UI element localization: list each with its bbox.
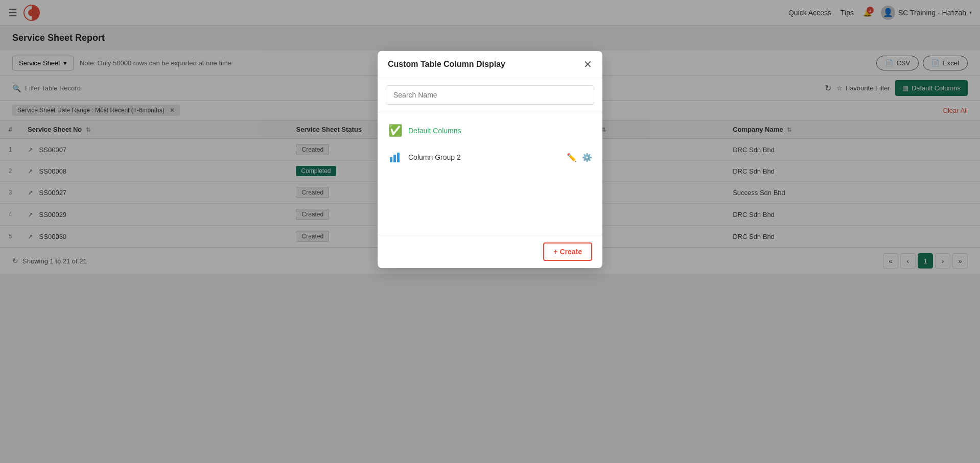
- modal-overlay: Custom Table Column Display ✕ ✅ Default …: [0, 0, 980, 274]
- svg-rect-2: [397, 153, 400, 162]
- column-group-2-label: Column Group 2: [408, 153, 461, 161]
- default-columns-item[interactable]: ✅ Default Columns: [378, 117, 602, 144]
- bar-chart-icon: [388, 150, 402, 164]
- modal-title: Custom Table Column Display: [388, 60, 505, 69]
- modal-close-icon[interactable]: ✕: [584, 59, 592, 69]
- create-button[interactable]: + Create: [543, 242, 592, 261]
- modal-body: ✅ Default Columns Column Group 2 ✏️ ⚙️: [378, 112, 602, 235]
- column-group-2-item[interactable]: Column Group 2 ✏️ ⚙️: [378, 144, 602, 170]
- column-group-2-actions: ✏️ ⚙️: [567, 153, 592, 162]
- svg-rect-0: [390, 157, 392, 162]
- modal-header: Custom Table Column Display ✕: [378, 51, 602, 78]
- settings-icon[interactable]: ⚙️: [582, 153, 592, 162]
- check-circle-icon: ✅: [388, 124, 402, 138]
- modal-footer: + Create: [378, 235, 602, 268]
- custom-column-display-modal: Custom Table Column Display ✕ ✅ Default …: [378, 51, 602, 268]
- modal-search-area: [378, 78, 602, 112]
- edit-icon[interactable]: ✏️: [567, 153, 577, 162]
- modal-search-input[interactable]: [386, 85, 594, 105]
- default-columns-item-label: Default Columns: [408, 127, 461, 135]
- svg-rect-1: [393, 155, 396, 162]
